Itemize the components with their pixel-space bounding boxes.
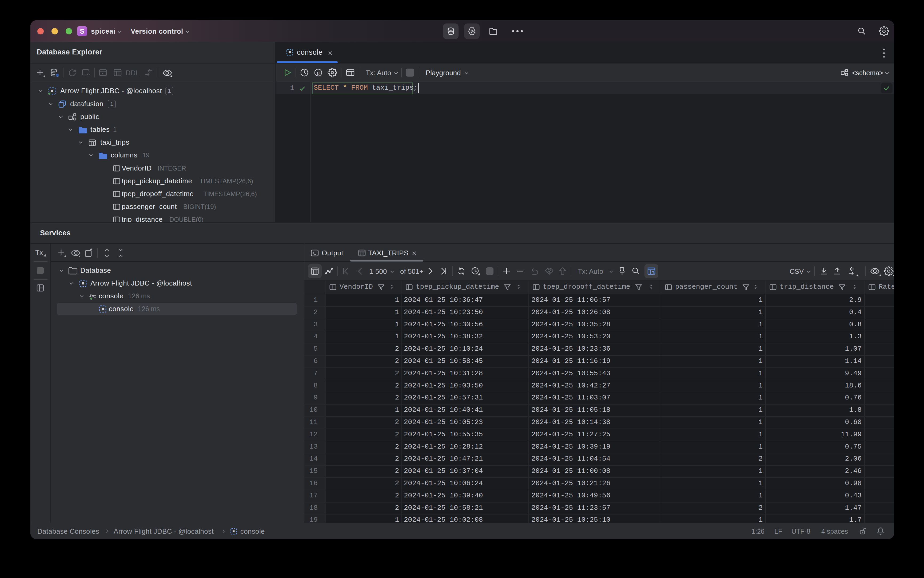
svg-text:p: p [317, 70, 319, 76]
